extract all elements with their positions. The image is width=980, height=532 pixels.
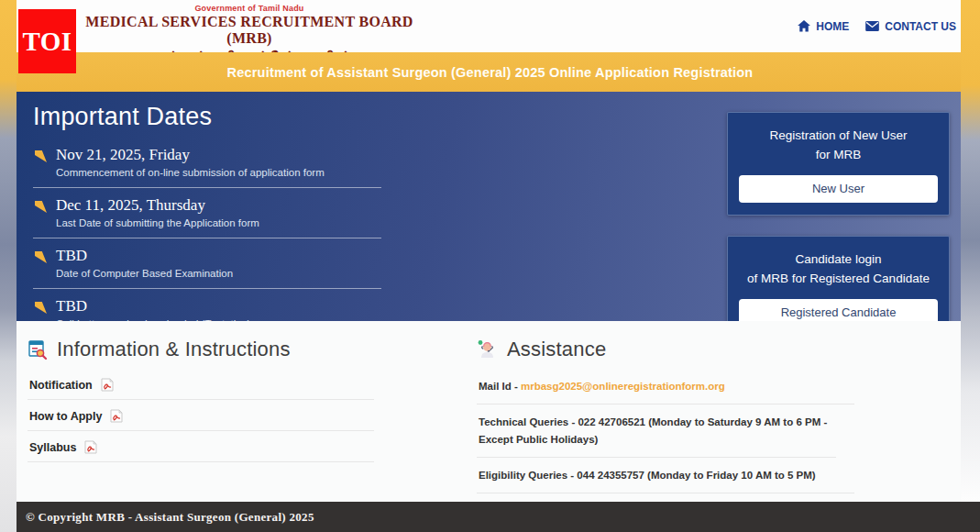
flag-marker-icon: [35, 150, 47, 162]
important-dates-section: Important Dates Nov 21, 2025, Friday Com…: [0, 92, 980, 321]
top-nav: HOME CONTACT US: [798, 0, 956, 52]
flag-marker-icon: [35, 302, 47, 314]
technical-queries-row: Technical Queries - 022 42706521 (Monday…: [477, 405, 836, 458]
eligibility-queries-row: Eligibility Queries - 044 24355757 (Mond…: [477, 458, 854, 493]
information-instructions-heading: Information & Instructions: [57, 338, 291, 361]
watermark-left-strip: [0, 0, 17, 532]
login-panels: Registration of New User for MRB New Use…: [727, 112, 950, 339]
date-description: Date of Computer Based Examination: [56, 268, 233, 279]
date-item: Nov 21, 2025, Friday Commencement of on-…: [33, 140, 381, 188]
assistance-column: Assistance Mail Id - mrbasg2025@onlinere…: [477, 338, 854, 493]
date-value: TBD: [56, 247, 233, 265]
new-user-panel-title-line2: for MRB: [739, 146, 938, 165]
copyright-text: © Copyright MRB - Assistant Surgeon (Gen…: [26, 510, 314, 525]
recruitment-banner: Recruitment of Assistant Surgeon (Genera…: [0, 52, 980, 92]
date-item: Dec 11, 2025, Thursday Last Date of subm…: [33, 191, 381, 238]
how-to-apply-label: How to Apply: [29, 410, 102, 423]
date-description: Last Date of submitting the Application …: [56, 217, 259, 228]
nav-home-link[interactable]: HOME: [798, 20, 849, 33]
important-dates-heading: Important Dates: [33, 103, 381, 131]
new-user-panel-title-line1: Registration of New User: [739, 127, 938, 146]
toi-logo: TOI: [18, 9, 76, 73]
board-title: MEDICAL SERVICES RECRUITMENT BOARD (MRB): [81, 14, 418, 47]
date-item: TBD Date of Computer Based Examination: [33, 241, 381, 289]
mail-address-link[interactable]: mrbasg2025@onlineregistrationform.org: [521, 381, 725, 392]
toi-logo-text: TOI: [22, 27, 72, 57]
new-user-button[interactable]: New User: [739, 175, 938, 203]
date-value: Nov 21, 2025, Friday: [56, 146, 325, 164]
nav-contact-label: CONTACT US: [885, 20, 956, 33]
candidate-login-title-line2: of MRB for Registered Candidate: [739, 270, 938, 289]
date-value: Dec 11, 2025, Thursday: [56, 196, 259, 215]
site-header: Government of Tamil Nadu MEDICAL SERVICE…: [0, 0, 980, 52]
mail-row: Mail Id - mrbasg2025@onlineregistrationf…: [477, 369, 854, 405]
syllabus-link[interactable]: Syllabus: [28, 431, 374, 462]
government-line: Government of Tamil Nadu: [81, 4, 418, 13]
assistance-heading: Assistance: [507, 338, 606, 361]
home-icon: [798, 20, 810, 32]
support-agent-icon: [477, 339, 498, 360]
syllabus-label: Syllabus: [29, 441, 76, 454]
candidate-login-title-line1: Candidate login: [739, 250, 938, 270]
flag-marker-icon: [35, 251, 47, 263]
notification-link[interactable]: Notification: [28, 369, 374, 400]
watermark-right-strip: [961, 0, 980, 502]
info-assistance-section: Information & Instructions Notification …: [0, 321, 980, 502]
how-to-apply-link[interactable]: How to Apply: [28, 400, 374, 431]
mail-label: Mail Id -: [479, 381, 521, 392]
pdf-icon: [101, 378, 114, 392]
information-instructions-column: Information & Instructions Notification …: [28, 338, 374, 462]
document-search-icon: [28, 339, 48, 360]
envelope-icon: [865, 21, 879, 31]
date-value: TBD: [56, 297, 250, 316]
page: Government of Tamil Nadu MEDICAL SERVICE…: [0, 0, 980, 532]
nav-home-label: HOME: [816, 20, 849, 33]
nav-contact-link[interactable]: CONTACT US: [865, 20, 956, 33]
flag-marker-icon: [35, 201, 47, 213]
notification-label: Notification: [29, 379, 93, 392]
recruitment-banner-title: Recruitment of Assistant Surgeon (Genera…: [227, 65, 754, 80]
important-dates-list: Important Dates Nov 21, 2025, Friday Com…: [33, 103, 381, 338]
date-description: Commencement of on-line submission of ap…: [56, 167, 325, 178]
new-user-panel: Registration of New User for MRB New Use…: [727, 112, 950, 216]
pdf-icon: [84, 440, 97, 454]
pdf-icon: [110, 409, 123, 423]
page-footer: © Copyright MRB - Assistant Surgeon (Gen…: [0, 502, 980, 532]
